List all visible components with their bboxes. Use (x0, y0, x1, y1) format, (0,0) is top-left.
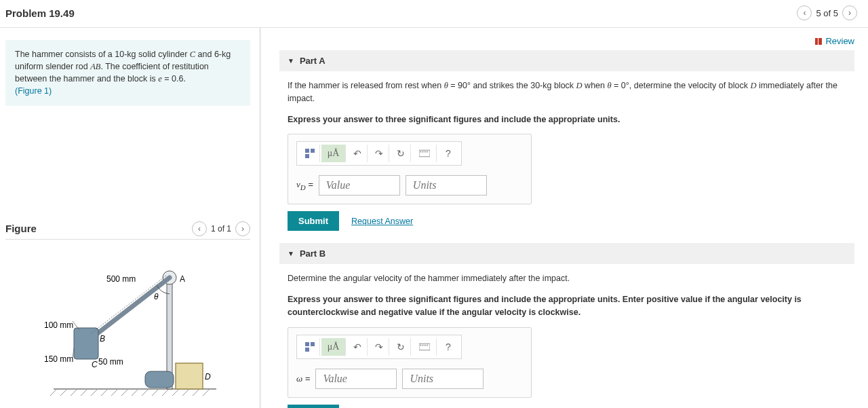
part-b-prompt: Determine the angular velocity of the ha… (288, 272, 854, 285)
svg-rect-52 (425, 344, 426, 346)
part-a-answer-box: μÅ ↶ ↷ ↻ ? vD = (288, 134, 532, 204)
svg-rect-25 (145, 371, 174, 388)
part-b-title: Part B (300, 248, 326, 259)
part-b-header[interactable]: ▼ Part B (279, 243, 854, 264)
next-figure-button[interactable]: › (235, 221, 250, 236)
templates-icon[interactable] (300, 145, 320, 162)
part-b-submit-button[interactable]: Submit (288, 405, 339, 409)
svg-text:100 mm: 100 mm (44, 320, 73, 330)
svg-line-3 (71, 389, 77, 396)
review-link[interactable]: Review (814, 36, 854, 46)
svg-text:500 mm: 500 mm (106, 274, 136, 284)
svg-line-10 (142, 389, 149, 396)
svg-rect-51 (422, 344, 423, 346)
units-icon[interactable]: μÅ (321, 145, 346, 162)
part-a-submit-button[interactable]: Submit (288, 211, 339, 231)
part-a-header[interactable]: ▼ Part A (279, 50, 854, 71)
svg-rect-47 (311, 342, 315, 346)
svg-rect-40 (305, 154, 309, 158)
keyboard-icon[interactable] (412, 145, 437, 162)
svg-text:A: A (180, 274, 185, 284)
svg-line-16 (203, 389, 210, 396)
undo-icon[interactable]: ↶ (347, 338, 368, 356)
svg-text:50 mm: 50 mm (98, 357, 123, 367)
svg-line-12 (162, 389, 169, 396)
next-problem-button[interactable]: › (842, 5, 857, 20)
part-a-prompt: If the hammer is released from rest when… (288, 79, 854, 105)
figure-title: Figure (5, 223, 37, 234)
prev-figure-button[interactable]: ‹ (192, 221, 207, 236)
svg-line-14 (182, 389, 189, 396)
part-a-title: Part A (300, 56, 326, 66)
part-a-value-input[interactable] (319, 175, 400, 196)
prev-problem-button[interactable]: ‹ (797, 5, 812, 20)
help-icon[interactable]: ? (438, 338, 458, 356)
svg-line-6 (101, 389, 108, 396)
svg-rect-46 (305, 342, 309, 346)
svg-rect-39 (311, 149, 315, 153)
figure-counter: 1 of 1 (211, 224, 231, 234)
part-b-variable: ω = (296, 373, 310, 384)
svg-rect-50 (420, 344, 421, 346)
part-b-toolbar: μÅ ↶ ↷ ↻ ? (296, 335, 462, 359)
figure-reference-link[interactable]: (Figure 1) (15, 86, 52, 96)
svg-line-4 (81, 389, 87, 396)
problem-intro: The hammer consists of a 10-kg solid cyl… (5, 40, 250, 106)
part-b-instruction: Express your answer to three significant… (288, 293, 854, 319)
svg-line-7 (111, 389, 118, 396)
svg-line-30 (90, 276, 166, 334)
svg-rect-22 (74, 328, 98, 359)
caret-down-icon: ▼ (288, 57, 294, 64)
svg-line-13 (172, 389, 179, 396)
part-b-value-input[interactable] (315, 369, 397, 389)
svg-rect-43 (422, 151, 423, 153)
part-b-units-input[interactable] (402, 369, 484, 389)
svg-line-2 (60, 389, 67, 396)
templates-icon[interactable] (300, 338, 320, 356)
svg-text:150 mm: 150 mm (44, 354, 73, 364)
undo-icon[interactable]: ↶ (347, 145, 368, 162)
svg-line-5 (91, 389, 98, 396)
svg-line-9 (132, 389, 138, 396)
svg-text:B: B (100, 334, 105, 344)
svg-text:C: C (92, 360, 98, 369)
figure-diagram: A B C D θ 500 mm 100 mm (5, 253, 250, 403)
part-a-units-input[interactable] (406, 175, 487, 196)
redo-icon[interactable]: ↷ (369, 145, 389, 162)
svg-rect-26 (176, 363, 203, 389)
svg-line-11 (152, 389, 159, 396)
svg-rect-36 (815, 38, 818, 45)
part-a-request-answer-link[interactable]: Request Answer (351, 217, 413, 226)
svg-line-15 (193, 389, 199, 396)
problem-title: Problem 19.49 (5, 7, 75, 19)
svg-text:D: D (205, 372, 211, 382)
redo-icon[interactable]: ↷ (369, 338, 389, 356)
svg-rect-38 (305, 149, 309, 153)
svg-rect-42 (420, 151, 421, 153)
svg-line-1 (50, 389, 57, 396)
flag-icon (814, 37, 823, 45)
svg-rect-45 (427, 151, 428, 153)
caret-down-icon: ▼ (288, 250, 294, 257)
problem-counter: 5 of 5 (816, 8, 838, 18)
part-a-instruction: Express your answer to three significant… (288, 113, 854, 126)
reset-icon[interactable]: ↻ (391, 338, 411, 356)
reset-icon[interactable]: ↻ (391, 145, 411, 162)
svg-rect-41 (419, 150, 430, 157)
part-b-answer-box: μÅ ↶ ↷ ↻ ? ω = (288, 327, 532, 398)
svg-line-8 (121, 389, 128, 396)
svg-text:θ: θ (154, 292, 159, 301)
units-icon[interactable]: μÅ (321, 338, 346, 356)
svg-rect-48 (305, 348, 309, 352)
part-a-variable: vD = (296, 179, 313, 191)
svg-rect-44 (425, 151, 426, 153)
svg-rect-49 (419, 344, 430, 350)
keyboard-icon[interactable] (412, 338, 437, 356)
svg-rect-37 (818, 38, 822, 45)
part-a-toolbar: μÅ ↶ ↷ ↻ ? (296, 141, 462, 166)
svg-rect-53 (427, 344, 428, 346)
help-icon[interactable]: ? (438, 145, 458, 162)
